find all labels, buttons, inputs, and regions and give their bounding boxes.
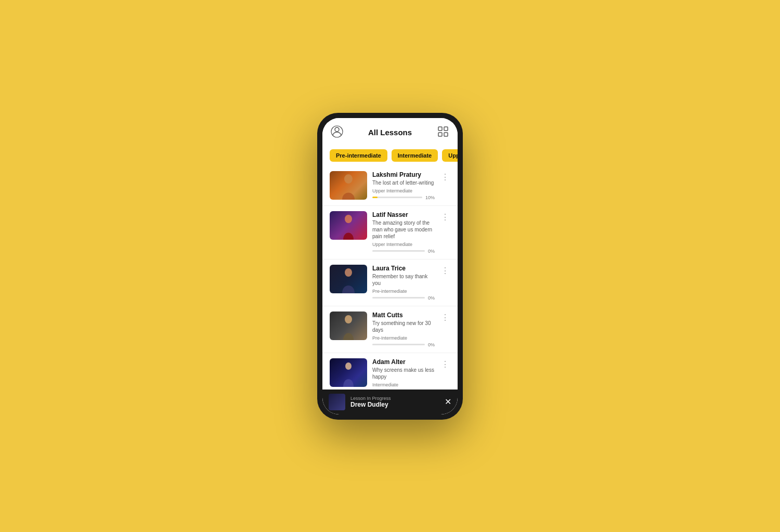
lesson-content: Adam Alter Why screens make us less happ… <box>372 358 435 390</box>
header: All Lessons <box>322 118 458 145</box>
close-button[interactable]: ✕ <box>445 397 451 407</box>
lesson-menu-button[interactable]: ⋮ <box>440 211 450 223</box>
profile-icon[interactable] <box>331 125 343 140</box>
progress-text: 10% <box>425 195 435 200</box>
lesson-name: Adam Alter <box>372 358 435 366</box>
svg-rect-3 <box>444 127 448 131</box>
list-item[interactable]: Lakshmi Pratury The lost art of letter-w… <box>322 166 458 206</box>
lesson-content: Latif Nasser The amazing story of the ma… <box>372 211 435 254</box>
lessons-list: Lakshmi Pratury The lost art of letter-w… <box>322 166 458 390</box>
svg-point-10 <box>345 362 352 370</box>
lesson-level: Upper Intermediate <box>372 188 435 193</box>
progress-info: Lesson In Progress Drew Dudley <box>350 396 439 408</box>
svg-rect-2 <box>438 127 442 131</box>
progress-bar-container: 0% <box>372 249 435 254</box>
progress-bar-container: 10% <box>372 195 435 200</box>
lesson-subtitle: Try something new for 30 days <box>372 320 435 333</box>
lesson-subtitle: The lost art of letter-writing <box>372 179 435 186</box>
lesson-level: Pre-Intermediate <box>372 335 435 341</box>
lesson-subtitle: Remember to say thank you <box>372 273 435 287</box>
progress-text: 0% <box>428 342 435 347</box>
lesson-in-progress-banner[interactable]: Lesson In Progress Drew Dudley ✕ <box>322 390 458 414</box>
lesson-menu-button[interactable]: ⋮ <box>440 312 450 323</box>
svg-point-7 <box>345 215 352 223</box>
lesson-subtitle: The amazing story of the man who gave us… <box>372 219 435 240</box>
tab-intermediate[interactable]: Intermediate <box>392 149 438 162</box>
progress-label: Lesson In Progress <box>350 396 439 401</box>
lesson-content: Matt Cutts Try something new for 30 days… <box>372 312 435 347</box>
progress-bar-container: 0% <box>372 295 435 301</box>
progress-bar-bg <box>372 197 422 198</box>
lesson-name: Latif Nasser <box>372 211 435 218</box>
progress-bar-bg <box>372 297 425 299</box>
list-item[interactable]: Latif Nasser The amazing story of the ma… <box>322 206 458 259</box>
lesson-thumbnail <box>330 265 367 293</box>
lesson-thumbnail <box>330 211 367 240</box>
page-title: All Lessons <box>368 128 412 137</box>
list-item[interactable]: Matt Cutts Try something new for 30 days… <box>322 306 458 353</box>
lesson-thumbnail <box>330 358 367 387</box>
list-item[interactable]: Laura Trice Remember to say thank you Pr… <box>322 259 458 306</box>
progress-thumbnail <box>329 394 345 410</box>
progress-bar-bg <box>372 344 425 345</box>
lesson-level: Intermediate <box>372 382 435 387</box>
tab-upper-intermediate[interactable]: Upper-inte... <box>442 149 458 162</box>
lesson-thumbnail <box>330 171 367 200</box>
grid-menu-icon[interactable] <box>437 125 449 140</box>
lesson-menu-button[interactable]: ⋮ <box>440 358 450 370</box>
lesson-subtitle: Why screens make us less happy <box>372 367 435 380</box>
svg-rect-4 <box>438 133 442 136</box>
lesson-content: Laura Trice Remember to say thank you Pr… <box>372 265 435 301</box>
progress-text: 0% <box>428 295 435 301</box>
progress-text: 0% <box>428 249 435 254</box>
progress-bar-container: 0% <box>372 342 435 347</box>
lesson-level: Pre-intermediate <box>372 289 435 294</box>
svg-point-0 <box>335 127 339 132</box>
progress-name: Drew Dudley <box>350 401 439 408</box>
progress-bar-bg <box>372 250 425 252</box>
lesson-menu-button[interactable]: ⋮ <box>440 265 450 277</box>
lesson-content: Lakshmi Pratury The lost art of letter-w… <box>372 171 435 200</box>
svg-point-6 <box>344 174 353 184</box>
lesson-thumbnail <box>330 312 367 340</box>
list-item[interactable]: Adam Alter Why screens make us less happ… <box>322 353 458 390</box>
lesson-name: Laura Trice <box>372 265 435 272</box>
filter-tabs: Pre-intermediate Intermediate Upper-inte… <box>322 145 458 166</box>
svg-point-8 <box>345 268 352 277</box>
progress-bar-fill <box>372 197 378 198</box>
svg-rect-5 <box>444 133 448 136</box>
tab-pre-intermediate[interactable]: Pre-intermediate <box>330 149 387 162</box>
lesson-level: Upper Intermediate <box>372 242 435 247</box>
lesson-name: Matt Cutts <box>372 312 435 319</box>
svg-point-9 <box>345 315 352 323</box>
phone-frame: All Lessons Pre-intermediate Intermediat… <box>317 113 463 420</box>
lesson-menu-button[interactable]: ⋮ <box>440 171 450 183</box>
phone-screen: All Lessons Pre-intermediate Intermediat… <box>322 118 458 414</box>
lesson-name: Lakshmi Pratury <box>372 171 435 178</box>
